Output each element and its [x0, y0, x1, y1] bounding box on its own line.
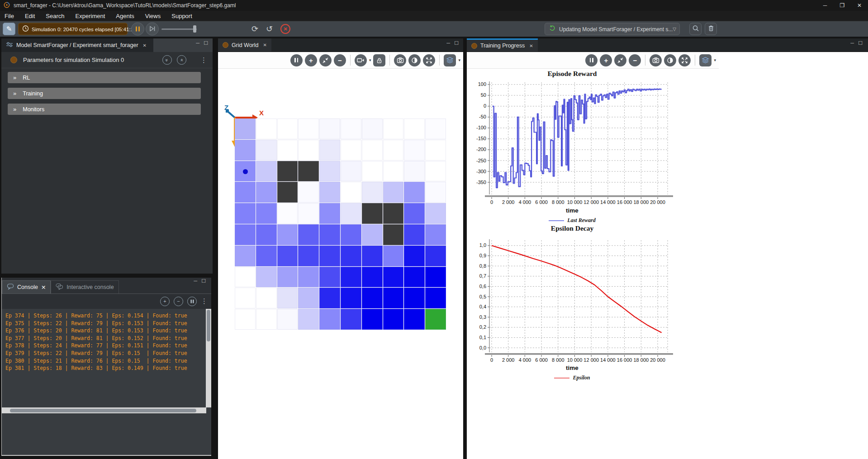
contrast-button[interactable]: [408, 54, 421, 66]
grid-cell[interactable]: [383, 140, 404, 161]
menu-views[interactable]: Views: [145, 13, 161, 19]
zoom-in-button[interactable]: +: [305, 54, 317, 66]
grid-cell[interactable]: [425, 182, 446, 203]
grid-cell[interactable]: [425, 288, 446, 308]
grid-cell[interactable]: [425, 161, 446, 182]
close-icon[interactable]: ✕: [263, 43, 267, 47]
grid-cell[interactable]: [425, 309, 446, 330]
speed-slider[interactable]: [161, 25, 197, 33]
grid-cell[interactable]: [277, 118, 298, 139]
zoom-in-button[interactable]: +: [160, 297, 170, 306]
overflow-menu-icon[interactable]: ⋮: [200, 56, 207, 64]
close-icon[interactable]: ✕: [41, 284, 46, 291]
grid-cell[interactable]: [425, 246, 446, 266]
overflow-menu-icon[interactable]: ⋮: [201, 297, 208, 305]
grid-cell[interactable]: [277, 224, 298, 245]
updating-status[interactable]: Updating Model SmartForager / Experiment…: [545, 23, 680, 35]
grid-cell[interactable]: [341, 140, 361, 161]
grid-cell[interactable]: [319, 182, 340, 203]
zoom-fit-button[interactable]: [614, 54, 626, 66]
window-close-icon[interactable]: ✕: [851, 0, 868, 11]
grid-cell[interactable]: [277, 182, 298, 203]
lock-view-button[interactable]: [373, 54, 385, 66]
grid-cell[interactable]: [319, 118, 340, 139]
close-icon[interactable]: ✕: [143, 43, 147, 48]
step-button[interactable]: [146, 23, 159, 36]
grid-cell[interactable]: [319, 288, 340, 308]
window-maximize-icon[interactable]: ❐: [834, 0, 851, 11]
close-icon[interactable]: ✕: [529, 43, 533, 48]
grid-cell[interactable]: [383, 203, 404, 224]
grid-cell[interactable]: [362, 309, 383, 330]
grid-cell[interactable]: [235, 246, 256, 266]
grid-cell[interactable]: [235, 267, 256, 288]
grid-cell[interactable]: [235, 309, 256, 330]
grid-cell[interactable]: [404, 309, 425, 330]
menu-search[interactable]: Search: [46, 13, 64, 19]
scrollbar-thumb[interactable]: [207, 310, 210, 341]
grid-cell[interactable]: [425, 224, 446, 245]
zoom-in-button[interactable]: +: [600, 54, 612, 66]
grid-cell[interactable]: [319, 267, 340, 288]
stop-experiment-button[interactable]: ✕: [280, 24, 290, 34]
grid-cell[interactable]: [256, 161, 277, 182]
grid-cell[interactable]: [277, 140, 298, 161]
view-minimize-icon[interactable]: ─: [446, 40, 450, 46]
pause-console-button[interactable]: [187, 297, 197, 306]
grid-cell[interactable]: [341, 309, 361, 330]
grid-cell[interactable]: [277, 246, 298, 266]
grid-cell[interactable]: [256, 246, 277, 266]
expand-all-button[interactable]: »: [162, 55, 172, 65]
grid-cell[interactable]: [404, 161, 425, 182]
grid-cell[interactable]: [298, 203, 319, 224]
grid-cell[interactable]: [298, 267, 319, 288]
grid-cell[interactable]: [256, 140, 277, 161]
edit-model-button[interactable]: ✎: [3, 23, 15, 35]
grid-cell[interactable]: [341, 288, 361, 308]
grid-cell[interactable]: [362, 246, 383, 266]
tab-console[interactable]: Console ✕: [2, 280, 51, 293]
grid-cell[interactable]: [362, 203, 383, 224]
vertical-scrollbar[interactable]: [206, 309, 211, 407]
grid-cell[interactable]: [298, 182, 319, 203]
grid-cell[interactable]: [319, 224, 340, 245]
grid-cell[interactable]: [341, 246, 361, 266]
fullscreen-button[interactable]: [678, 54, 691, 66]
search-button[interactable]: [689, 23, 702, 35]
grid-cell[interactable]: [298, 161, 319, 182]
reload-experiment-icon[interactable]: ⟳: [251, 24, 258, 34]
grid-cell[interactable]: [383, 288, 404, 308]
grid-cell[interactable]: [235, 288, 256, 308]
grid-cell[interactable]: [341, 182, 361, 203]
pause-button[interactable]: [131, 23, 144, 36]
grid-cell[interactable]: [362, 118, 383, 139]
grid-cell[interactable]: [404, 246, 425, 266]
layers-button[interactable]: [699, 54, 711, 66]
grid-cell[interactable]: [383, 161, 404, 182]
grid-cell[interactable]: [256, 118, 277, 139]
grid-cell[interactable]: [256, 309, 277, 330]
snapshot-button[interactable]: [394, 54, 406, 66]
grid-cell[interactable]: [341, 118, 361, 139]
updating-dropdown-icon[interactable]: ▽: [673, 27, 676, 32]
grid-cell[interactable]: [256, 267, 277, 288]
grid-cell[interactable]: [362, 288, 383, 308]
chevron-down-icon[interactable]: ▾: [369, 58, 371, 62]
grid-cell[interactable]: [341, 161, 361, 182]
grid-cell[interactable]: [362, 267, 383, 288]
pause-view-button[interactable]: [585, 54, 598, 66]
trash-button[interactable]: [705, 23, 717, 35]
grid-world-canvas[interactable]: [235, 118, 446, 330]
grid-cell[interactable]: [362, 161, 383, 182]
grid-cell[interactable]: [298, 309, 319, 330]
restart-experiment-icon[interactable]: ↺: [266, 24, 273, 34]
tab-training-progress[interactable]: Training Progress ✕: [467, 38, 538, 52]
simulation-status[interactable]: Simulation 0: 20470 cycles elapsed [05:4…: [18, 23, 128, 35]
grid-cell[interactable]: [256, 288, 277, 308]
grid-cell[interactable]: [298, 118, 319, 139]
grid-cell[interactable]: [404, 288, 425, 308]
grid-cell[interactable]: [319, 203, 340, 224]
grid-cell[interactable]: [383, 182, 404, 203]
grid-cell[interactable]: [277, 161, 298, 182]
contrast-button[interactable]: [664, 54, 676, 66]
